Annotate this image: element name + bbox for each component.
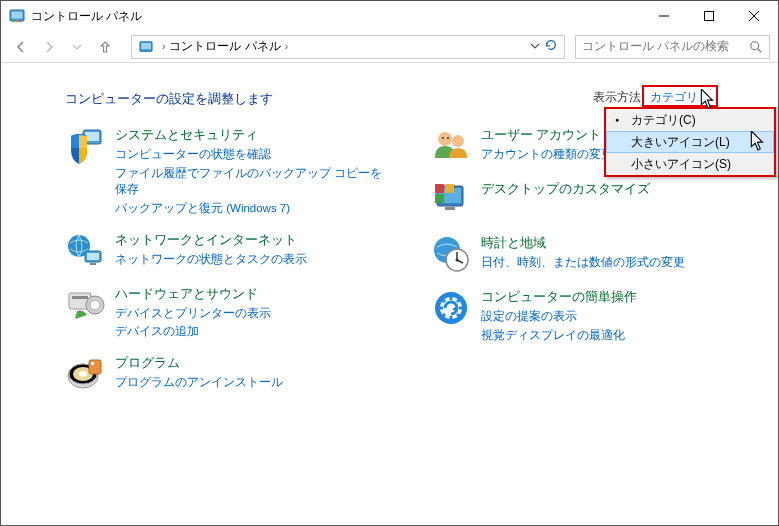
svg-point-31 bbox=[442, 137, 444, 139]
svg-point-32 bbox=[447, 137, 449, 139]
search-input[interactable]: コントロール パネルの検索 bbox=[575, 35, 770, 59]
category-hardware: ハードウェアとサウンド デバイスとプリンターの表示 デバイスの追加 bbox=[65, 285, 391, 340]
svg-rect-37 bbox=[435, 194, 444, 203]
dropdown-item-category[interactable]: カテゴリ(C) bbox=[606, 109, 774, 131]
svg-rect-36 bbox=[435, 184, 444, 193]
category-programs: プログラム プログラムのアンインストール bbox=[65, 354, 391, 394]
svg-point-26 bbox=[79, 371, 87, 377]
category-appearance: デスクトップのカスタマイズ bbox=[431, 180, 757, 220]
svg-point-4 bbox=[19, 20, 21, 22]
svg-point-22 bbox=[90, 300, 100, 310]
category-link[interactable]: バックアップと復元 (Windows 7) bbox=[115, 200, 391, 217]
category-network: ネットワークとインターネット ネットワークの状態とタスクの表示 bbox=[65, 231, 391, 271]
svg-rect-20 bbox=[72, 296, 88, 299]
category-title[interactable]: ネットワークとインターネット bbox=[115, 231, 307, 249]
content-area: コンピューターの設定を調整します 表示方法: カテゴリ▼ カテゴリ(C) 大きい… bbox=[1, 63, 778, 525]
chevron-down-icon[interactable]: ▼ bbox=[700, 94, 708, 103]
programs-icon bbox=[65, 354, 105, 394]
minimize-button[interactable] bbox=[641, 1, 686, 31]
breadcrumb[interactable]: › コントロール パネル › bbox=[131, 35, 565, 59]
svg-point-43 bbox=[455, 259, 458, 262]
view-by-control: 表示方法: カテゴリ▼ bbox=[593, 89, 708, 106]
svg-point-30 bbox=[452, 135, 464, 147]
dropdown-item-large-icons[interactable]: 大きいアイコン(L) bbox=[606, 131, 774, 153]
svg-rect-18 bbox=[90, 263, 96, 265]
left-column: システムとセキュリティ コンピューターの状態を確認 ファイル履歴でファイルのバッ… bbox=[65, 126, 391, 394]
category-link[interactable]: コンピューターの状態を確認 bbox=[115, 146, 391, 163]
breadcrumb-label[interactable]: コントロール パネル bbox=[169, 38, 280, 55]
up-button[interactable] bbox=[93, 35, 117, 59]
hardware-icon bbox=[65, 285, 105, 325]
chevron-right-icon[interactable]: › bbox=[281, 41, 292, 52]
navbar: › コントロール パネル › コントロール パネルの検索 bbox=[1, 31, 778, 63]
svg-rect-28 bbox=[91, 362, 94, 365]
back-button[interactable] bbox=[9, 35, 33, 59]
svg-rect-17 bbox=[87, 253, 99, 260]
category-link[interactable]: デバイスとプリンターの表示 bbox=[115, 305, 271, 322]
category-title[interactable]: ハードウェアとサウンド bbox=[115, 285, 271, 303]
category-link[interactable]: アカウントの種類の変更 bbox=[481, 146, 613, 163]
forward-button[interactable] bbox=[37, 35, 61, 59]
svg-rect-14 bbox=[85, 132, 99, 141]
category-clock-region: 時計と地域 日付、時刻、または数値の形式の変更 bbox=[431, 234, 757, 274]
category-link[interactable]: 設定の提案の表示 bbox=[481, 308, 637, 325]
category-link[interactable]: ネットワークの状態とタスクの表示 bbox=[115, 251, 307, 268]
network-icon bbox=[65, 231, 105, 271]
dropdown-item-label: 小さいアイコン(S) bbox=[631, 156, 731, 173]
category-title[interactable]: ユーザー アカウント bbox=[481, 126, 613, 144]
category-system-security: システムとセキュリティ コンピューターの状態を確認 ファイル履歴でファイルのバッ… bbox=[65, 126, 391, 217]
svg-rect-27 bbox=[89, 360, 101, 374]
control-panel-window: コントロール パネル › コント bbox=[0, 0, 779, 526]
svg-rect-1 bbox=[12, 12, 23, 19]
dropdown-item-label: 大きいアイコン(L) bbox=[631, 134, 730, 151]
svg-rect-38 bbox=[445, 184, 454, 193]
dropdown-item-small-icons[interactable]: 小さいアイコン(S) bbox=[606, 153, 774, 175]
category-link[interactable]: ファイル履歴でファイルのバックアップ コピーを保存 bbox=[115, 165, 391, 198]
category-link[interactable]: デバイスの追加 bbox=[115, 323, 271, 340]
recent-dropdown[interactable] bbox=[65, 35, 89, 59]
view-by-label: 表示方法: bbox=[593, 90, 644, 104]
search-icon bbox=[749, 40, 763, 54]
svg-rect-6 bbox=[704, 12, 713, 21]
breadcrumb-history-dropdown[interactable] bbox=[530, 40, 544, 54]
shield-icon bbox=[65, 126, 105, 166]
refresh-button[interactable] bbox=[544, 38, 562, 55]
category-title[interactable]: コンピューターの簡単操作 bbox=[481, 288, 637, 306]
control-panel-icon bbox=[9, 8, 25, 24]
close-button[interactable] bbox=[731, 1, 776, 31]
category-title[interactable]: 時計と地域 bbox=[481, 234, 685, 252]
svg-rect-35 bbox=[445, 207, 455, 210]
svg-point-2 bbox=[13, 20, 15, 22]
category-title[interactable]: プログラム bbox=[115, 354, 283, 372]
svg-rect-10 bbox=[141, 43, 151, 49]
svg-point-3 bbox=[16, 20, 18, 22]
clock-icon bbox=[431, 234, 471, 274]
appearance-icon bbox=[431, 180, 471, 220]
category-ease-of-access: コンピューターの簡単操作 設定の提案の表示 視覚ディスプレイの最適化 bbox=[431, 288, 757, 343]
control-panel-icon bbox=[138, 40, 154, 54]
svg-point-29 bbox=[438, 132, 452, 146]
search-placeholder: コントロール パネルの検索 bbox=[582, 38, 749, 55]
category-title[interactable]: デスクトップのカスタマイズ bbox=[481, 180, 650, 198]
chevron-right-icon[interactable]: › bbox=[158, 41, 169, 52]
category-link[interactable]: プログラムのアンインストール bbox=[115, 374, 283, 391]
category-link[interactable]: 視覚ディスプレイの最適化 bbox=[481, 327, 637, 344]
titlebar: コントロール パネル bbox=[1, 1, 778, 31]
svg-point-11 bbox=[751, 41, 759, 49]
view-by-value[interactable]: カテゴリ bbox=[650, 90, 698, 104]
svg-line-12 bbox=[758, 48, 762, 52]
view-by-dropdown: カテゴリ(C) 大きいアイコン(L) 小さいアイコン(S) bbox=[604, 107, 776, 177]
dropdown-item-label: カテゴリ(C) bbox=[631, 112, 696, 129]
maximize-button[interactable] bbox=[686, 1, 731, 31]
category-link[interactable]: 日付、時刻、または数値の形式の変更 bbox=[481, 254, 685, 271]
ease-icon bbox=[431, 288, 471, 328]
window-title: コントロール パネル bbox=[31, 8, 142, 25]
users-icon bbox=[431, 126, 471, 166]
category-title[interactable]: システムとセキュリティ bbox=[115, 126, 391, 144]
